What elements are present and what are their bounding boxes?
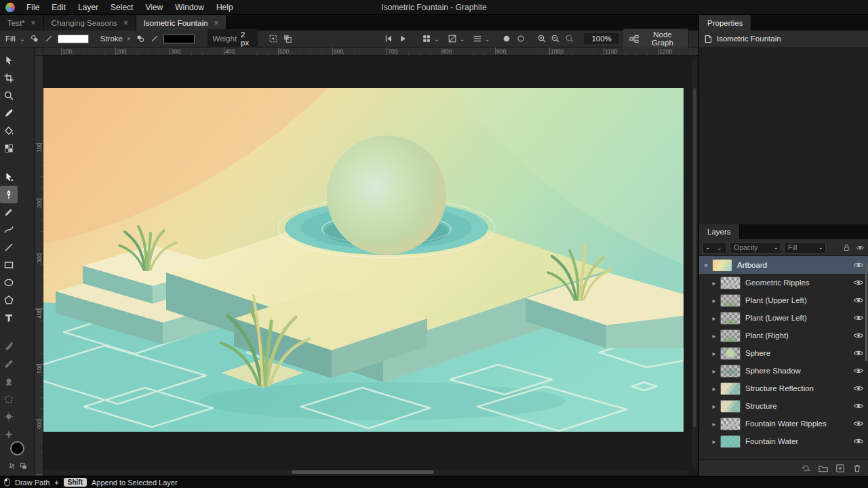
graphite-logo-icon[interactable]	[5, 3, 15, 12]
tab-close-icon[interactable]: ×	[123, 19, 128, 27]
freehand-tool[interactable]	[0, 203, 18, 221]
layer-row-structure[interactable]: ▸Structure	[699, 397, 868, 415]
layer-row-artboard[interactable]: ▾Artboard	[699, 256, 868, 274]
layer-visibility-toggle[interactable]	[853, 277, 864, 288]
menu-help[interactable]: Help	[210, 1, 239, 14]
artboard[interactable]	[43, 88, 684, 432]
zoom-in-icon[interactable]	[536, 33, 547, 45]
layer-expand-chevron[interactable]: ▸	[710, 314, 718, 322]
snapping-dropdown[interactable]: ⌄	[472, 33, 491, 45]
zoom-out-icon[interactable]	[550, 33, 561, 45]
clone-tool[interactable]	[0, 373, 18, 390]
layer-expand-chevron[interactable]: ▸	[710, 332, 718, 340]
overlay-blend-icon[interactable]	[282, 33, 293, 45]
fill-field[interactable]: Fill -	[784, 242, 826, 253]
menu-layer[interactable]: Layer	[72, 1, 104, 14]
layer-expand-chevron[interactable]: ▸	[710, 279, 718, 287]
swap-working-colors-icon[interactable]	[29, 33, 40, 45]
detail-tool[interactable]	[0, 426, 18, 443]
layer-visibility-toggle[interactable]	[853, 365, 864, 376]
document-tab-isometric-fountain[interactable]: Isometric Fountain×	[136, 15, 227, 30]
relight-tool[interactable]	[0, 408, 18, 426]
canvas-artwork[interactable]	[43, 88, 684, 432]
rectangle-tool[interactable]	[0, 256, 18, 274]
history-icon[interactable]	[802, 464, 811, 473]
zoom-reset-icon[interactable]	[564, 33, 575, 45]
text-tool[interactable]	[0, 309, 18, 327]
layer-visibility-toggle[interactable]	[853, 401, 864, 411]
tab-properties[interactable]: Properties	[699, 15, 751, 30]
zoom-level-field[interactable]: 100%	[584, 33, 619, 44]
ellipse-tool[interactable]	[0, 274, 18, 291]
stroke-remove-icon[interactable]: ×	[126, 35, 132, 43]
layer-visibility-toggle[interactable]	[853, 260, 864, 270]
layer-visibility-toggle[interactable]	[853, 295, 864, 306]
layer-expand-chevron[interactable]: ▸	[710, 385, 718, 392]
stroke-color-swatch[interactable]	[163, 35, 195, 43]
heal-tool[interactable]	[0, 355, 18, 373]
layer-expand-chevron[interactable]: ▸	[710, 367, 718, 375]
tab-close-icon[interactable]: ×	[214, 19, 218, 27]
tab-layers[interactable]: Layers	[699, 224, 740, 239]
skip-to-start-icon[interactable]	[383, 33, 394, 45]
layer-expand-chevron[interactable]: ▸	[710, 438, 718, 445]
node-graph-button[interactable]: Node Graph	[623, 28, 689, 49]
layer-expand-chevron[interactable]: ▸	[710, 403, 718, 410]
layer-row-sphere-shadow[interactable]: ▸Sphere Shadow	[699, 362, 868, 380]
layer-row-structure-reflection[interactable]: ▸Structure Reflection	[699, 380, 868, 397]
layer-row-sphere[interactable]: ▸Sphere	[699, 344, 868, 362]
polygon-tool[interactable]	[0, 291, 18, 309]
visibility-icon[interactable]	[856, 243, 865, 252]
layer-visibility-toggle[interactable]	[853, 330, 864, 341]
gradient-tool[interactable]	[0, 140, 18, 157]
properties-document-row[interactable]: Isometric Fountain	[699, 30, 868, 47]
lock-icon[interactable]	[842, 243, 851, 252]
eyedropper-tool[interactable]	[0, 104, 18, 122]
menu-file[interactable]: File	[20, 1, 45, 14]
layer-row-fountain-water-ripples[interactable]: ▸Fountain Water Ripples	[699, 415, 868, 432]
tab-close-icon[interactable]: ×	[31, 19, 36, 27]
view-mode-dropdown[interactable]: ⌄	[421, 33, 440, 45]
layer-visibility-toggle[interactable]	[853, 436, 864, 447]
navigate-tool[interactable]	[0, 87, 18, 104]
layers-scrollbar-thumb[interactable]	[865, 263, 867, 361]
layer-row-plant-lower-left[interactable]: ▸Plant (Lower Left)	[699, 309, 868, 327]
fill-tool[interactable]	[0, 122, 18, 140]
layer-expand-chevron[interactable]: ▸	[710, 420, 718, 428]
menu-window[interactable]: Window	[169, 1, 210, 14]
viewport[interactable]: 100200300400500600700800900100011001200 …	[35, 47, 698, 476]
play-icon[interactable]	[397, 33, 408, 45]
select-tool[interactable]	[0, 52, 18, 69]
layer-row-plant-right[interactable]: ▸Plant (Right)	[699, 327, 868, 344]
layer-visibility-toggle[interactable]	[853, 418, 864, 429]
canvas-vertical-scrollbar-thumb[interactable]	[693, 88, 696, 427]
fill-color-swatch[interactable]	[58, 35, 89, 43]
layer-row-fountain-water[interactable]: ▸Fountain Water	[699, 432, 868, 450]
blend-mode-dropdown[interactable]: - ⌄	[703, 242, 727, 253]
patch-tool[interactable]	[0, 390, 18, 408]
layer-row-plant-upper-left[interactable]: ▸Plant (Upper Left)	[699, 291, 868, 309]
menu-select[interactable]: Select	[104, 1, 139, 14]
solid-display-icon[interactable]	[501, 33, 512, 45]
layer-expand-chevron[interactable]: ▸	[710, 350, 718, 357]
layer-visibility-toggle[interactable]	[853, 312, 864, 323]
menu-view[interactable]: View	[139, 1, 169, 14]
path-tool[interactable]	[0, 168, 18, 186]
swap-colors-icon[interactable]	[8, 462, 16, 470]
pen-tool[interactable]	[0, 186, 18, 203]
new-layer-icon[interactable]	[835, 464, 845, 473]
selection-mode-icon[interactable]	[268, 33, 279, 45]
no-color-icon[interactable]	[43, 33, 54, 45]
line-tool[interactable]	[0, 239, 18, 256]
spline-tool[interactable]	[0, 221, 18, 239]
fill-dropdown-chevron[interactable]: ⌄	[19, 35, 26, 43]
document-tab-changing-seasons[interactable]: Changing Seasons×	[44, 15, 136, 30]
stroke-no-color-icon[interactable]	[149, 33, 160, 45]
opacity-field[interactable]: Opacity -	[730, 242, 781, 253]
stroke-weight-field[interactable]: Weight 2 px	[208, 29, 258, 48]
artboard-tool[interactable]	[0, 69, 18, 87]
layer-visibility-toggle[interactable]	[853, 383, 864, 394]
layer-expand-chevron[interactable]: ▸	[710, 297, 718, 304]
menu-edit[interactable]: Edit	[45, 1, 72, 14]
document-tab-test[interactable]: Test*×	[0, 15, 44, 30]
